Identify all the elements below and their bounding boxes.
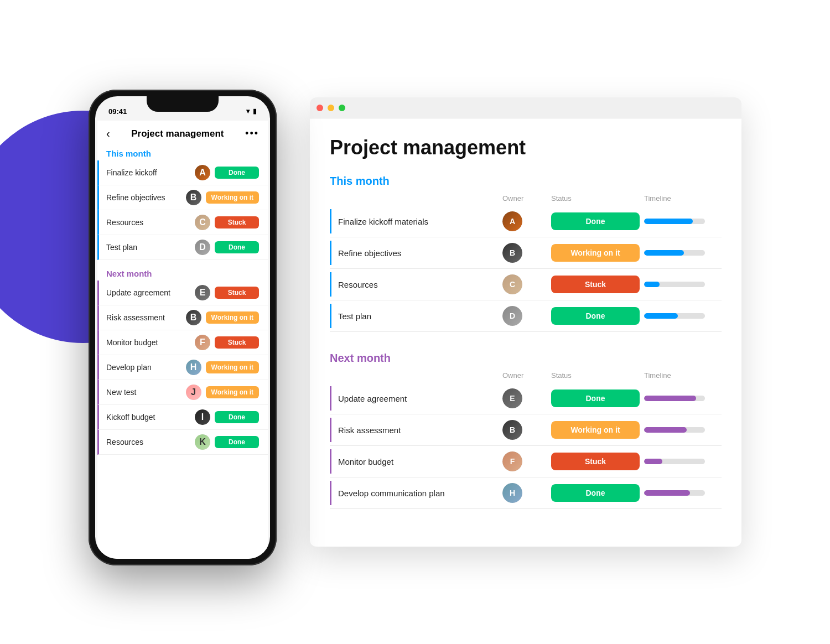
- window-titlebar: [310, 97, 741, 118]
- phone-next-month-header: Next month: [97, 264, 268, 281]
- phone-status-icons: ▾ ▮: [246, 107, 257, 115]
- timeline-cell: [644, 427, 722, 433]
- timeline-cell: [644, 396, 722, 401]
- avatar: B: [186, 310, 201, 325]
- table-row[interactable]: Update agreement E Done: [330, 383, 722, 414]
- desktop-window: Project management This month Owner Stat…: [310, 97, 741, 547]
- list-item[interactable]: Resources C Stuck: [97, 210, 268, 235]
- window-maximize-button[interactable]: [339, 105, 345, 111]
- task-name: Refine objectives: [106, 193, 181, 202]
- list-item[interactable]: Resources K Done: [97, 430, 268, 455]
- more-options-button[interactable]: •••: [245, 128, 259, 139]
- status-badge: Working on it: [551, 421, 640, 439]
- avatar: D: [195, 240, 210, 255]
- timeline-cell: [644, 313, 722, 319]
- timeline-fill: [644, 459, 662, 464]
- timeline-bar: [644, 490, 705, 496]
- table-row[interactable]: Finalize kickoff materials A Done: [330, 206, 722, 237]
- status-badge: Working on it: [206, 386, 259, 398]
- avatar: H: [186, 360, 201, 375]
- timeline-bar: [644, 427, 705, 433]
- avatar: C: [195, 215, 210, 230]
- list-item[interactable]: Finalize kickoff A Done: [97, 160, 268, 185]
- table-row[interactable]: Develop communication plan H Done: [330, 477, 722, 509]
- phone-time: 09:41: [108, 107, 127, 116]
- avatar: E: [195, 285, 210, 300]
- task-name: New test: [106, 388, 181, 397]
- task-name: Update agreement: [106, 288, 190, 297]
- timeline-cell: [644, 250, 722, 256]
- table-row[interactable]: Monitor budget F Stuck: [330, 446, 722, 477]
- phone-app-title: Project management: [131, 128, 224, 139]
- list-item[interactable]: Refine objectives B Working on it: [97, 185, 268, 210]
- status-badge: Done: [551, 389, 640, 407]
- col-owner: Owner: [502, 371, 547, 380]
- timeline-bar: [644, 250, 705, 256]
- timeline-fill: [644, 282, 660, 287]
- table-row[interactable]: Refine objectives B Working on it: [330, 237, 722, 269]
- table-row[interactable]: Resources C Stuck: [330, 269, 722, 300]
- list-item[interactable]: Monitor budget F Stuck: [97, 330, 268, 355]
- status-badge: Working on it: [206, 311, 259, 324]
- desktop-app-title: Project management: [330, 136, 722, 159]
- timeline-cell: [644, 459, 722, 464]
- scene: 09:41 ▾ ▮ ‹ Project management •••: [0, 0, 830, 644]
- table-row[interactable]: Test plan D Done: [330, 300, 722, 332]
- avatar: B: [502, 420, 522, 440]
- phone-notch: [147, 96, 219, 112]
- window-minimize-button[interactable]: [328, 105, 334, 111]
- status-badge: Done: [215, 411, 259, 423]
- col-owner: Owner: [502, 194, 547, 202]
- avatar: I: [195, 409, 210, 425]
- back-button[interactable]: ‹: [106, 127, 110, 140]
- task-name: Monitor budget: [106, 338, 190, 347]
- col-status: Status: [551, 371, 640, 380]
- status-badge: Done: [551, 307, 640, 325]
- list-item[interactable]: Kickoff budget I Done: [97, 405, 268, 430]
- task-name: Test plan: [106, 243, 190, 252]
- timeline-bar: [644, 313, 705, 319]
- col-status: Status: [551, 194, 640, 202]
- avatar: B: [502, 243, 522, 263]
- task-name: Finalize kickoff: [106, 168, 190, 177]
- avatar: H: [502, 483, 522, 503]
- list-item[interactable]: Risk assessment B Working on it: [97, 305, 268, 330]
- task-name-cell: Resources: [330, 272, 498, 297]
- avatar: F: [195, 335, 210, 350]
- avatar: D: [502, 306, 522, 326]
- timeline-fill: [644, 490, 690, 496]
- timeline-cell: [644, 490, 722, 496]
- status-badge: Done: [215, 241, 259, 253]
- task-name: Resources: [106, 218, 190, 227]
- status-badge: Stuck: [215, 336, 259, 349]
- col-timeline: Timeline: [644, 371, 722, 380]
- battery-icon: ▮: [253, 107, 257, 115]
- window-content: Project management This month Owner Stat…: [310, 118, 741, 547]
- list-item[interactable]: Test plan D Done: [97, 235, 268, 260]
- timeline-fill: [644, 396, 696, 401]
- status-badge: Done: [551, 212, 640, 230]
- table-header-row: Owner Status Timeline: [330, 194, 722, 206]
- timeline-fill: [644, 219, 693, 224]
- task-name-cell: Refine objectives: [330, 241, 498, 265]
- desktop-next-month-header: Next month: [330, 352, 722, 365]
- timeline-bar: [644, 396, 705, 401]
- list-item[interactable]: Update agreement E Stuck: [97, 281, 268, 305]
- task-name-cell: Monitor budget: [330, 449, 498, 474]
- col-timeline: Timeline: [644, 194, 722, 202]
- list-item[interactable]: New test J Working on it: [97, 380, 268, 405]
- task-name: Kickoff budget: [106, 413, 190, 422]
- phone-screen: 09:41 ▾ ▮ ‹ Project management •••: [95, 96, 270, 559]
- timeline-cell: [644, 219, 722, 224]
- avatar: A: [502, 211, 522, 231]
- status-badge: Working on it: [206, 361, 259, 373]
- status-badge: Stuck: [551, 453, 640, 470]
- table-row[interactable]: Risk assessment B Working on it: [330, 414, 722, 446]
- task-name: Develop plan: [106, 363, 181, 372]
- task-name-cell: Finalize kickoff materials: [330, 209, 498, 233]
- avatar: E: [502, 388, 522, 408]
- status-badge: Stuck: [551, 276, 640, 293]
- window-close-button[interactable]: [317, 105, 323, 111]
- timeline-bar: [644, 282, 705, 287]
- list-item[interactable]: Develop plan H Working on it: [97, 355, 268, 380]
